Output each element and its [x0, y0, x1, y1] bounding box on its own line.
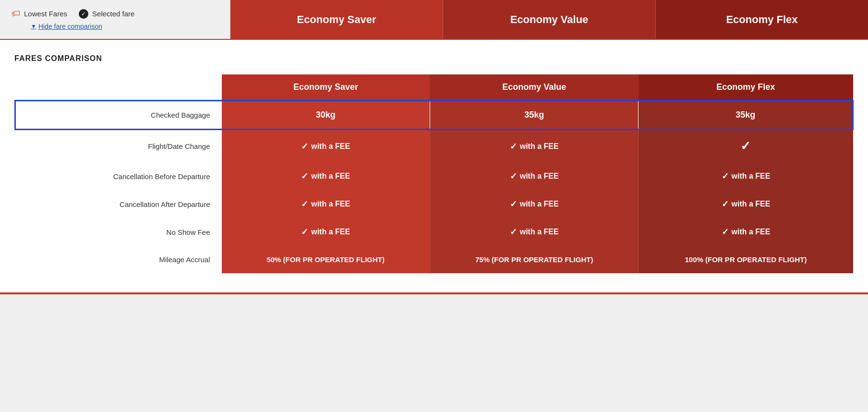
- header-col-flex-label: Economy Flex: [726, 13, 797, 26]
- header-col-value-label: Economy Value: [510, 13, 589, 26]
- cell-cancel-before-value: ✓with a FEE: [430, 162, 639, 190]
- legend-row: 🏷 Lowest Fares ✓ Selected fare: [12, 9, 218, 19]
- arrow-down-icon: ▼: [31, 23, 36, 30]
- row-label-cancel-before: Cancellation Before Departure: [15, 162, 222, 190]
- row-label-no-show: No Show Fee: [15, 218, 222, 246]
- hide-link-label: Hide fare comparison: [38, 23, 102, 30]
- row-label-cancel-after: Cancellation After Departure: [15, 190, 222, 218]
- header-col-saver-label: Economy Saver: [297, 13, 376, 26]
- header-label-col: [15, 74, 222, 101]
- cell-no-show-saver: ✓with a FEE: [222, 218, 430, 246]
- tag-icon: 🏷: [12, 9, 20, 19]
- table-row-no-show: No Show Fee ✓with a FEE ✓with a FEE ✓wit…: [15, 218, 853, 246]
- cell-no-show-flex: ✓with a FEE: [639, 218, 853, 246]
- header-value-col: Economy Value: [430, 74, 639, 101]
- col-header-saver: Economy Saver: [293, 82, 358, 92]
- col-header-flex: Economy Flex: [716, 82, 775, 92]
- check-circle-icon: ✓: [79, 9, 88, 19]
- top-header: 🏷 Lowest Fares ✓ Selected fare ▼ Hide fa…: [0, 0, 868, 40]
- table-header-row: Economy Saver Economy Value Economy Flex: [15, 74, 853, 101]
- cell-checked-baggage-saver: 30kg: [222, 101, 430, 130]
- col-header-value: Economy Value: [502, 82, 566, 92]
- hide-fare-link-row: ▼ Hide fare comparison: [12, 23, 218, 30]
- cell-cancel-after-saver: ✓with a FEE: [222, 190, 430, 218]
- row-label-flight-date: Flight/Date Change: [15, 130, 222, 163]
- header-col-flex[interactable]: Economy Flex: [656, 0, 868, 39]
- cell-flight-date-saver: ✓with a FEE: [222, 130, 430, 163]
- hide-fare-comparison-link[interactable]: ▼ Hide fare comparison: [31, 23, 218, 30]
- header-saver-col: Economy Saver: [222, 74, 430, 101]
- cell-flight-date-flex: ✓: [639, 130, 853, 163]
- main-content: FARES COMPARISON Economy Saver Economy V…: [0, 40, 868, 292]
- table-row-cancel-after: Cancellation After Departure ✓with a FEE…: [15, 190, 853, 218]
- row-label-mileage: Mileage Accrual: [15, 246, 222, 273]
- cell-mileage-saver: 50% (FOR PR OPERATED FLIGHT): [222, 246, 430, 273]
- cell-checked-baggage-value: 35kg: [430, 101, 639, 130]
- selected-fare-label: Selected fare: [92, 10, 134, 18]
- selected-fare-legend: ✓ Selected fare: [79, 9, 134, 19]
- cell-mileage-value: 75% (FOR PR OPERATED FLIGHT): [430, 246, 639, 273]
- bottom-border: [0, 292, 868, 294]
- comparison-table-wrapper: Economy Saver Economy Value Economy Flex…: [14, 74, 854, 273]
- cell-mileage-flex: 100% (FOR PR OPERATED FLIGHT): [639, 246, 853, 273]
- cell-flight-date-value: ✓with a FEE: [430, 130, 639, 163]
- table-row-cancel-before: Cancellation Before Departure ✓with a FE…: [15, 162, 853, 190]
- header-left-panel: 🏷 Lowest Fares ✓ Selected fare ▼ Hide fa…: [0, 0, 230, 39]
- page-wrapper: 🏷 Lowest Fares ✓ Selected fare ▼ Hide fa…: [0, 0, 868, 294]
- cell-cancel-after-value: ✓with a FEE: [430, 190, 639, 218]
- lowest-fares-label: Lowest Fares: [24, 10, 67, 18]
- cell-cancel-before-saver: ✓with a FEE: [222, 162, 430, 190]
- section-title: FARES COMPARISON: [14, 54, 854, 63]
- header-fare-columns: Economy Saver Economy Value Economy Flex: [230, 0, 868, 39]
- lowest-fares-legend: 🏷 Lowest Fares: [12, 9, 67, 19]
- header-flex-col: Economy Flex: [639, 74, 853, 101]
- cell-no-show-value: ✓with a FEE: [430, 218, 639, 246]
- table-row-flight-date-change: Flight/Date Change ✓with a FEE ✓with a F…: [15, 130, 853, 163]
- row-label-checked-baggage: Checked Baggage: [15, 101, 222, 130]
- cell-cancel-before-flex: ✓with a FEE: [639, 162, 853, 190]
- table-row-mileage: Mileage Accrual 50% (FOR PR OPERATED FLI…: [15, 246, 853, 273]
- table-row-checked-baggage: Checked Baggage 30kg 35kg 35kg: [15, 101, 853, 130]
- comparison-table: Economy Saver Economy Value Economy Flex…: [14, 74, 854, 273]
- cell-checked-baggage-flex: 35kg: [639, 101, 853, 130]
- header-col-value[interactable]: Economy Value: [443, 0, 656, 39]
- header-col-saver[interactable]: Economy Saver: [230, 0, 443, 39]
- cell-cancel-after-flex: ✓with a FEE: [639, 190, 853, 218]
